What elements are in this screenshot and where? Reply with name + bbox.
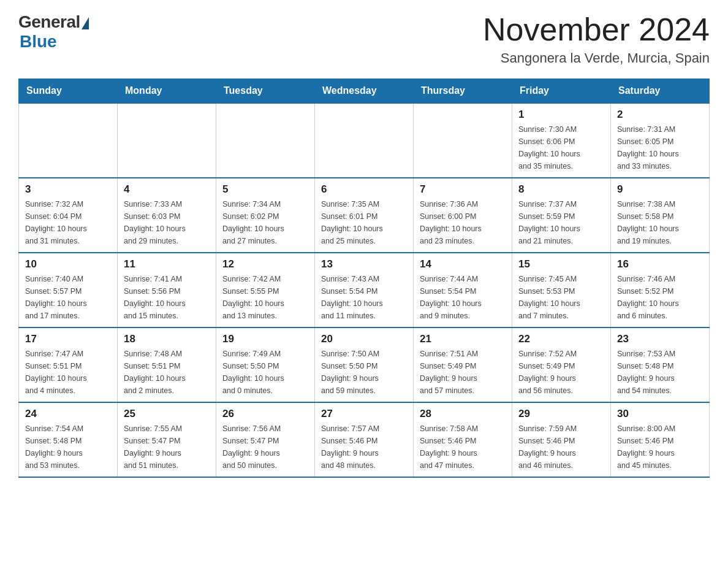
weekday-header-row: SundayMondayTuesdayWednesdayThursdayFrid…	[19, 79, 710, 104]
day-info: Sunrise: 7:52 AMSunset: 5:49 PMDaylight:…	[518, 348, 604, 397]
calendar-header: SundayMondayTuesdayWednesdayThursdayFrid…	[19, 79, 710, 104]
day-number: 10	[25, 258, 111, 270]
day-info: Sunrise: 7:40 AMSunset: 5:57 PMDaylight:…	[25, 273, 111, 322]
day-number: 5	[222, 183, 308, 196]
day-info: Sunrise: 8:00 AMSunset: 5:46 PMDaylight:…	[617, 423, 703, 472]
day-number: 29	[518, 408, 604, 420]
calendar-cell: 16Sunrise: 7:46 AMSunset: 5:52 PMDayligh…	[611, 253, 710, 327]
day-info: Sunrise: 7:53 AMSunset: 5:48 PMDaylight:…	[617, 348, 703, 397]
day-number: 6	[321, 183, 407, 196]
calendar-week-row: 10Sunrise: 7:40 AMSunset: 5:57 PMDayligh…	[19, 253, 710, 327]
day-number: 16	[617, 258, 703, 270]
calendar-cell: 27Sunrise: 7:57 AMSunset: 5:46 PMDayligh…	[315, 402, 414, 477]
day-info: Sunrise: 7:50 AMSunset: 5:50 PMDaylight:…	[321, 348, 407, 397]
day-info: Sunrise: 7:30 AMSunset: 6:06 PMDaylight:…	[518, 123, 604, 172]
weekday-header-wednesday: Wednesday	[315, 79, 414, 104]
calendar-body: 1Sunrise: 7:30 AMSunset: 6:06 PMDaylight…	[19, 103, 710, 477]
weekday-header-thursday: Thursday	[414, 79, 512, 104]
calendar-cell: 22Sunrise: 7:52 AMSunset: 5:49 PMDayligh…	[512, 327, 611, 402]
calendar-cell: 25Sunrise: 7:55 AMSunset: 5:47 PMDayligh…	[118, 402, 216, 477]
calendar-cell: 20Sunrise: 7:50 AMSunset: 5:50 PMDayligh…	[315, 327, 414, 402]
day-info: Sunrise: 7:47 AMSunset: 5:51 PMDaylight:…	[25, 348, 111, 397]
calendar-cell: 18Sunrise: 7:48 AMSunset: 5:51 PMDayligh…	[118, 327, 216, 402]
calendar-cell: 26Sunrise: 7:56 AMSunset: 5:47 PMDayligh…	[216, 402, 315, 477]
calendar-week-row: 17Sunrise: 7:47 AMSunset: 5:51 PMDayligh…	[19, 327, 710, 402]
day-number: 22	[518, 333, 604, 345]
day-info: Sunrise: 7:46 AMSunset: 5:52 PMDaylight:…	[617, 273, 703, 322]
day-info: Sunrise: 7:51 AMSunset: 5:49 PMDaylight:…	[420, 348, 506, 397]
calendar-cell: 29Sunrise: 7:59 AMSunset: 5:46 PMDayligh…	[512, 402, 611, 477]
day-number: 14	[420, 258, 506, 270]
calendar-cell	[118, 103, 216, 178]
weekday-header-sunday: Sunday	[19, 79, 118, 104]
day-number: 25	[124, 408, 210, 420]
day-number: 26	[222, 408, 308, 420]
day-number: 23	[617, 333, 703, 345]
logo-blue-text: Blue	[20, 32, 57, 52]
logo: General Blue	[18, 12, 89, 52]
calendar-cell: 5Sunrise: 7:34 AMSunset: 6:02 PMDaylight…	[216, 178, 315, 253]
day-info: Sunrise: 7:38 AMSunset: 5:58 PMDaylight:…	[617, 198, 703, 247]
calendar-week-row: 24Sunrise: 7:54 AMSunset: 5:48 PMDayligh…	[19, 402, 710, 477]
calendar-cell: 14Sunrise: 7:44 AMSunset: 5:54 PMDayligh…	[414, 253, 512, 327]
day-info: Sunrise: 7:59 AMSunset: 5:46 PMDaylight:…	[518, 423, 604, 472]
location-subtitle: Sangonera la Verde, Murcia, Spain	[483, 50, 710, 66]
weekday-header-friday: Friday	[512, 79, 611, 104]
calendar-cell: 24Sunrise: 7:54 AMSunset: 5:48 PMDayligh…	[19, 402, 118, 477]
day-number: 7	[420, 183, 506, 196]
day-info: Sunrise: 7:49 AMSunset: 5:50 PMDaylight:…	[222, 348, 308, 397]
logo-triangle-icon	[82, 17, 89, 29]
day-info: Sunrise: 7:57 AMSunset: 5:46 PMDaylight:…	[321, 423, 407, 472]
calendar-cell: 23Sunrise: 7:53 AMSunset: 5:48 PMDayligh…	[611, 327, 710, 402]
day-number: 30	[617, 408, 703, 420]
day-number: 20	[321, 333, 407, 345]
weekday-header-monday: Monday	[118, 79, 216, 104]
calendar-cell: 2Sunrise: 7:31 AMSunset: 6:05 PMDaylight…	[611, 103, 710, 178]
calendar-cell: 9Sunrise: 7:38 AMSunset: 5:58 PMDaylight…	[611, 178, 710, 253]
day-info: Sunrise: 7:55 AMSunset: 5:47 PMDaylight:…	[124, 423, 210, 472]
day-info: Sunrise: 7:31 AMSunset: 6:05 PMDaylight:…	[617, 123, 703, 172]
calendar-cell: 13Sunrise: 7:43 AMSunset: 5:54 PMDayligh…	[315, 253, 414, 327]
calendar-table: SundayMondayTuesdayWednesdayThursdayFrid…	[18, 79, 710, 478]
calendar-cell: 28Sunrise: 7:58 AMSunset: 5:46 PMDayligh…	[414, 402, 512, 477]
day-number: 27	[321, 408, 407, 420]
day-number: 3	[25, 183, 111, 196]
page-header: General Blue November 2024 Sangonera la …	[18, 12, 710, 66]
day-info: Sunrise: 7:41 AMSunset: 5:56 PMDaylight:…	[124, 273, 210, 322]
day-info: Sunrise: 7:54 AMSunset: 5:48 PMDaylight:…	[25, 423, 111, 472]
day-info: Sunrise: 7:37 AMSunset: 5:59 PMDaylight:…	[518, 198, 604, 247]
calendar-cell: 15Sunrise: 7:45 AMSunset: 5:53 PMDayligh…	[512, 253, 611, 327]
calendar-cell: 17Sunrise: 7:47 AMSunset: 5:51 PMDayligh…	[19, 327, 118, 402]
calendar-cell	[414, 103, 512, 178]
calendar-cell	[19, 103, 118, 178]
day-info: Sunrise: 7:58 AMSunset: 5:46 PMDaylight:…	[420, 423, 506, 472]
calendar-cell: 19Sunrise: 7:49 AMSunset: 5:50 PMDayligh…	[216, 327, 315, 402]
calendar-cell: 7Sunrise: 7:36 AMSunset: 6:00 PMDaylight…	[414, 178, 512, 253]
weekday-header-saturday: Saturday	[611, 79, 710, 104]
calendar-cell: 10Sunrise: 7:40 AMSunset: 5:57 PMDayligh…	[19, 253, 118, 327]
day-number: 4	[124, 183, 210, 196]
calendar-cell	[315, 103, 414, 178]
day-number: 9	[617, 183, 703, 196]
calendar-cell: 21Sunrise: 7:51 AMSunset: 5:49 PMDayligh…	[414, 327, 512, 402]
day-number: 2	[617, 109, 703, 121]
calendar-cell	[216, 103, 315, 178]
day-number: 28	[420, 408, 506, 420]
calendar-cell: 6Sunrise: 7:35 AMSunset: 6:01 PMDaylight…	[315, 178, 414, 253]
day-number: 18	[124, 333, 210, 345]
calendar-cell: 12Sunrise: 7:42 AMSunset: 5:55 PMDayligh…	[216, 253, 315, 327]
day-info: Sunrise: 7:36 AMSunset: 6:00 PMDaylight:…	[420, 198, 506, 247]
day-info: Sunrise: 7:45 AMSunset: 5:53 PMDaylight:…	[518, 273, 604, 322]
day-info: Sunrise: 7:33 AMSunset: 6:03 PMDaylight:…	[124, 198, 210, 247]
calendar-cell: 30Sunrise: 8:00 AMSunset: 5:46 PMDayligh…	[611, 402, 710, 477]
calendar-cell: 11Sunrise: 7:41 AMSunset: 5:56 PMDayligh…	[118, 253, 216, 327]
day-number: 11	[124, 258, 210, 270]
day-info: Sunrise: 7:34 AMSunset: 6:02 PMDaylight:…	[222, 198, 308, 247]
day-info: Sunrise: 7:48 AMSunset: 5:51 PMDaylight:…	[124, 348, 210, 397]
day-number: 12	[222, 258, 308, 270]
day-info: Sunrise: 7:42 AMSunset: 5:55 PMDaylight:…	[222, 273, 308, 322]
day-info: Sunrise: 7:32 AMSunset: 6:04 PMDaylight:…	[25, 198, 111, 247]
day-number: 13	[321, 258, 407, 270]
calendar-cell: 4Sunrise: 7:33 AMSunset: 6:03 PMDaylight…	[118, 178, 216, 253]
title-section: November 2024 Sangonera la Verde, Murcia…	[483, 12, 710, 66]
